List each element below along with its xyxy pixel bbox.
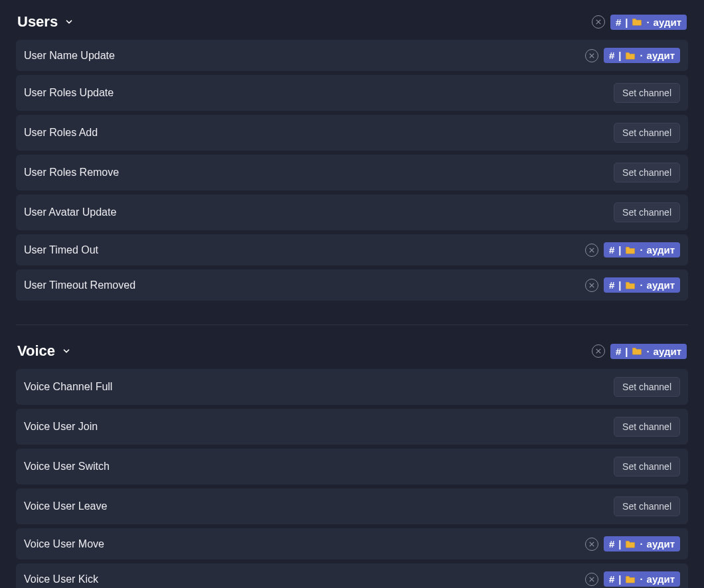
channel-badge[interactable]: #|·аудит xyxy=(604,571,680,587)
set-channel-button[interactable]: Set channel xyxy=(614,496,680,516)
section-title-users: Users xyxy=(17,13,58,31)
clear-channel-button[interactable] xyxy=(585,279,598,292)
set-channel-button[interactable]: Set channel xyxy=(614,123,680,143)
section-header-users: Users # | · аудит xyxy=(16,13,688,31)
event-row: Voice User Kick#|·аудит xyxy=(16,563,688,588)
hash-icon: # xyxy=(616,17,621,28)
channel-badge[interactable]: #|·аудит xyxy=(604,242,680,257)
clear-channel-button[interactable] xyxy=(592,15,605,29)
event-row: User Roles AddSet channel xyxy=(16,115,688,151)
folder-icon xyxy=(625,246,636,254)
clear-channel-button[interactable] xyxy=(585,49,598,62)
dot-separator: · xyxy=(640,573,642,585)
channel-name: аудит xyxy=(647,538,675,550)
event-row: User Avatar UpdateSet channel xyxy=(16,194,688,230)
section-title-wrap[interactable]: Users xyxy=(17,13,74,31)
event-row: User Roles UpdateSet channel xyxy=(16,75,688,111)
folder-icon xyxy=(625,540,636,548)
channel-badge[interactable]: # | · аудит xyxy=(610,344,687,359)
hash-icon: # xyxy=(616,346,621,357)
clear-channel-button[interactable] xyxy=(585,538,598,551)
event-label: User Avatar Update xyxy=(24,206,116,218)
event-row: Voice User JoinSet channel xyxy=(16,409,688,445)
folder-icon xyxy=(632,347,642,355)
set-channel-button[interactable]: Set channel xyxy=(614,377,680,397)
bar-separator: | xyxy=(618,244,621,256)
hash-icon: # xyxy=(609,279,614,291)
event-row-right: #|·аудит xyxy=(585,571,680,587)
folder-icon xyxy=(625,52,636,60)
event-row: Voice Channel FullSet channel xyxy=(16,369,688,405)
channel-badge[interactable]: #|·аудит xyxy=(604,536,680,551)
event-label: Voice User Kick xyxy=(24,573,98,585)
dot-separator: · xyxy=(640,244,642,256)
section-voice: Voice # | · аудит Voice Channel FullSet … xyxy=(16,342,688,588)
event-row: User Name Update#|·аудит xyxy=(16,40,688,71)
dot-separator: · xyxy=(640,50,642,61)
folder-icon xyxy=(632,18,642,26)
set-channel-button[interactable]: Set channel xyxy=(614,202,680,222)
bar-separator: | xyxy=(625,346,628,357)
event-row-right: #|·аудит xyxy=(585,536,680,551)
section-users: Users # | · аудит User Name Update#|·ауд… xyxy=(16,13,688,301)
event-label: User Timed Out xyxy=(24,244,98,256)
event-row-right: Set channel xyxy=(614,202,680,222)
folder-icon xyxy=(625,575,636,583)
section-header-right: # | · аудит xyxy=(592,344,687,359)
event-label: User Roles Remove xyxy=(24,167,119,179)
channel-name: аудит xyxy=(647,50,675,61)
clear-channel-button[interactable] xyxy=(592,344,605,358)
channel-badge[interactable]: # | · аудит xyxy=(610,15,687,30)
event-row-right: Set channel xyxy=(614,417,680,437)
event-row-right: Set channel xyxy=(614,83,680,103)
channel-badge[interactable]: #|·аудит xyxy=(604,48,680,63)
set-channel-button[interactable]: Set channel xyxy=(614,457,680,477)
event-label: Voice User Switch xyxy=(24,461,110,473)
event-row-right: Set channel xyxy=(614,123,680,143)
channel-name: аудит xyxy=(647,244,675,256)
bar-separator: | xyxy=(618,538,621,550)
set-channel-button[interactable]: Set channel xyxy=(614,83,680,103)
channel-badge[interactable]: #|·аудит xyxy=(604,277,680,293)
event-row-right: #|·аудит xyxy=(585,48,680,63)
channel-name: аудит xyxy=(647,279,675,291)
event-label: Voice User Leave xyxy=(24,500,107,512)
event-label: User Roles Add xyxy=(24,127,98,139)
event-row-right: Set channel xyxy=(614,163,680,183)
event-row: Voice User LeaveSet channel xyxy=(16,488,688,524)
set-channel-button[interactable]: Set channel xyxy=(614,163,680,183)
clear-channel-button[interactable] xyxy=(585,573,598,586)
event-row: Voice User SwitchSet channel xyxy=(16,449,688,484)
event-label: User Roles Update xyxy=(24,87,114,99)
hash-icon: # xyxy=(609,244,614,256)
chevron-down-icon xyxy=(62,346,71,356)
event-row: Voice User Move#|·аудит xyxy=(16,528,688,559)
rows-users: User Name Update#|·аудитUser Roles Updat… xyxy=(16,40,688,301)
bar-separator: | xyxy=(618,573,621,585)
event-label: Voice User Move xyxy=(24,538,104,550)
section-header-right: # | · аудит xyxy=(592,15,687,30)
bar-separator: | xyxy=(625,17,628,28)
event-row: User Timed Out#|·аудит xyxy=(16,234,688,265)
rows-voice: Voice Channel FullSet channelVoice User … xyxy=(16,369,688,588)
dot-separator: · xyxy=(640,279,642,291)
set-channel-button[interactable]: Set channel xyxy=(614,417,680,437)
hash-icon: # xyxy=(609,573,614,585)
hash-icon: # xyxy=(609,538,614,550)
section-title-wrap[interactable]: Voice xyxy=(17,342,71,360)
event-row-right: #|·аудит xyxy=(585,242,680,257)
event-label: User Name Update xyxy=(24,50,115,62)
clear-channel-button[interactable] xyxy=(585,244,598,257)
channel-name: аудит xyxy=(654,346,681,357)
event-row-right: Set channel xyxy=(614,457,680,477)
event-row: User Roles RemoveSet channel xyxy=(16,155,688,190)
event-row-right: Set channel xyxy=(614,496,680,516)
event-row-right: Set channel xyxy=(614,377,680,397)
section-divider xyxy=(16,325,688,325)
event-label: User Timeout Removed xyxy=(24,279,135,291)
section-header-voice: Voice # | · аудит xyxy=(16,342,688,360)
hash-icon: # xyxy=(609,50,614,61)
channel-name: аудит xyxy=(647,573,675,585)
dot-separator: · xyxy=(646,17,649,28)
dot-separator: · xyxy=(640,538,642,550)
